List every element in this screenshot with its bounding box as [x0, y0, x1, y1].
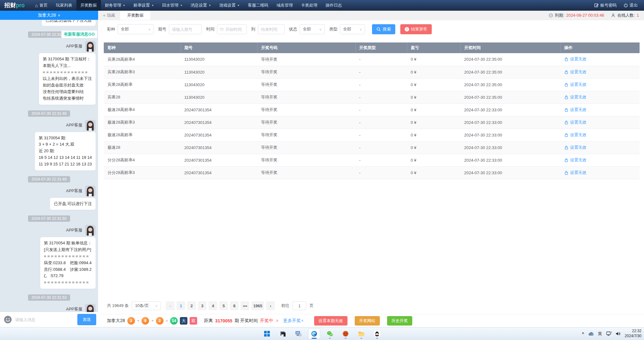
issue-input[interactable]	[172, 27, 199, 32]
nav-odds[interactable]: 赔率设置▼	[130, 0, 158, 11]
weather-icon[interactable]	[588, 332, 594, 336]
set-invalid-link[interactable]: 设置无效	[564, 132, 586, 138]
set-invalid-link[interactable]: 设置无效	[564, 107, 586, 113]
end-time-input[interactable]	[261, 27, 281, 32]
cell-type: -	[355, 103, 407, 116]
wechat-icon[interactable]	[324, 328, 336, 339]
nav-domain[interactable]: 域名管理	[272, 0, 297, 11]
volume-icon[interactable]	[616, 332, 621, 336]
goto-page-input[interactable]	[292, 301, 306, 310]
page-button-last[interactable]: 1965	[251, 301, 264, 310]
cell-type: -	[355, 66, 407, 78]
nav-label: 客服二维码	[248, 3, 268, 8]
emoji-icon[interactable]	[4, 315, 12, 324]
task-view-icon[interactable]	[277, 328, 289, 339]
app-logo: 招财pro	[0, 2, 31, 9]
start-time-input[interactable]	[225, 27, 244, 32]
set-invalid-link[interactable]: 设置无效	[564, 145, 586, 150]
draw-website-button[interactable]: 开奖网站	[355, 316, 380, 326]
next-page-button[interactable]: ›	[266, 301, 275, 310]
nav-qrcode[interactable]: 客服二维码	[244, 0, 272, 11]
nav-finance[interactable]: 财务管理▼	[101, 0, 130, 11]
hide-sidebar-button[interactable]: « 隐藏	[98, 11, 120, 20]
set-invalid-link[interactable]: 设置无效	[564, 82, 586, 87]
page-button-1[interactable]: 1	[176, 301, 185, 310]
set-invalid-link[interactable]: 设置无效	[564, 94, 586, 100]
edge-browser-icon[interactable]	[308, 328, 320, 339]
table-row: 宾果28高赔率113043020等待开奖-0 ¥2024-07-30 22:35…	[104, 78, 640, 91]
nav-card-prize[interactable]: 卡奖处理	[297, 0, 321, 11]
nav-rebate[interactable]: 回水管理▼	[158, 0, 186, 11]
qq-icon[interactable]	[371, 328, 383, 339]
send-button[interactable]: 发送	[77, 314, 96, 325]
set-invalid-link[interactable]: 设置无效	[564, 120, 586, 125]
chat-bubble: 第 3170054 期 账单信息： [只发送上期有下注的用户] = = = = …	[40, 237, 96, 289]
cell-type: -	[355, 91, 407, 103]
pager-ellipsis[interactable]: •••	[241, 301, 249, 310]
nav-home[interactable]: ⌂首页	[31, 0, 52, 11]
set-current-invalid-button[interactable]: 设置本期无效	[314, 316, 347, 326]
logout-button[interactable]: 退出	[624, 0, 638, 11]
status-select[interactable]: 全部∨	[300, 24, 325, 34]
search-button[interactable]: 搜索	[372, 24, 395, 34]
chat-bubble: 第 3170054 期: 3 + 9 + 2 = 14 大,双 近 20 期: …	[35, 132, 96, 170]
set-invalid-link[interactable]: 设置无效	[564, 157, 586, 163]
cell-lottery: 分分28高赔率3	[104, 166, 180, 179]
avatar	[85, 186, 96, 196]
type-select[interactable]: 全部∨	[340, 24, 365, 34]
calendar-icon	[220, 27, 224, 31]
account-password-button[interactable]: 账号密码	[594, 0, 617, 11]
cell-issue: 113043020	[180, 53, 257, 66]
message-input[interactable]	[15, 317, 74, 322]
file-explorer-icon[interactable]	[355, 328, 367, 339]
nav-draw-data[interactable]: 开奖数据	[76, 0, 101, 11]
lock-icon	[564, 82, 569, 87]
nav-players[interactable]: 玩家列表	[52, 0, 76, 11]
cell-profit: 0 ¥	[407, 141, 460, 154]
remote-desktop-icon[interactable]	[292, 328, 304, 339]
avatar	[85, 225, 96, 236]
page-button-4[interactable]: 4	[208, 301, 217, 310]
tray-chevron-icon[interactable]: ^	[582, 332, 584, 336]
avatar	[85, 41, 96, 52]
room-selector[interactable]: 加拿大28 ∨	[0, 11, 98, 20]
history-draws-button[interactable]: 历史开奖	[387, 316, 412, 326]
taskbar-clock[interactable]: 22:32 2024/7/30	[625, 329, 641, 338]
search-icon	[376, 27, 381, 31]
lock-icon	[564, 95, 569, 99]
nav-game[interactable]: 游戏设置▼	[215, 0, 244, 11]
lock-icon	[564, 145, 569, 150]
cell-code: 等待开奖	[257, 91, 355, 103]
network-icon[interactable]	[606, 332, 612, 336]
cell-time: 2024-07-30 22:33:00	[460, 166, 560, 179]
logout-label: 退出	[630, 3, 638, 8]
prev-page-button[interactable]: ‹	[166, 301, 175, 310]
tab-draw-data[interactable]: 开奖数据	[120, 11, 150, 20]
cell-action: 设置无效	[560, 116, 640, 129]
page-button-3[interactable]: 3	[198, 301, 207, 310]
set-invalid-link[interactable]: 设置无效	[564, 170, 586, 176]
cell-lottery: 极速28高赔率	[104, 129, 180, 141]
page-button-6[interactable]: 6	[230, 301, 239, 310]
sender-name: APP客服	[66, 227, 82, 233]
browser-360-icon[interactable]	[340, 328, 352, 339]
page-button-2[interactable]: 2	[187, 301, 196, 310]
home-icon: ⌂	[35, 3, 38, 8]
ime-indicator[interactable]: 英	[598, 331, 602, 337]
windows-taskbar: ^ 英 22:32 2024/7/30	[0, 327, 644, 340]
set-invalid-link[interactable]: 设置无效	[564, 56, 586, 62]
new-message-badge[interactable]: 有新客服消息GO	[61, 31, 97, 38]
set-invalid-link[interactable]: 设置无效	[564, 69, 586, 75]
nav-logs[interactable]: 操作日志	[321, 0, 346, 11]
chat-message-list[interactable]: 已封盘,封盘线下下注无效 2024-07-30 22:31:48 APP客服 第…	[0, 20, 98, 312]
lottery-select[interactable]: 全部∨	[118, 24, 154, 34]
chevron-down-icon: ▼	[180, 4, 182, 7]
windows-start-icon[interactable]	[261, 328, 273, 339]
chevron-down-icon: ▼	[208, 4, 211, 7]
nav-message[interactable]: 消息设置▼	[186, 0, 215, 11]
more-draws-link[interactable]: 更多开奖«	[283, 318, 304, 324]
page-button-5[interactable]: 5	[219, 301, 228, 310]
cell-time: 2024-07-30 22:33:00	[460, 154, 560, 166]
page-size-select[interactable]: 10条/页∨	[132, 301, 161, 310]
settlement-abnormal-button[interactable]: ! 结算异常	[400, 24, 432, 34]
